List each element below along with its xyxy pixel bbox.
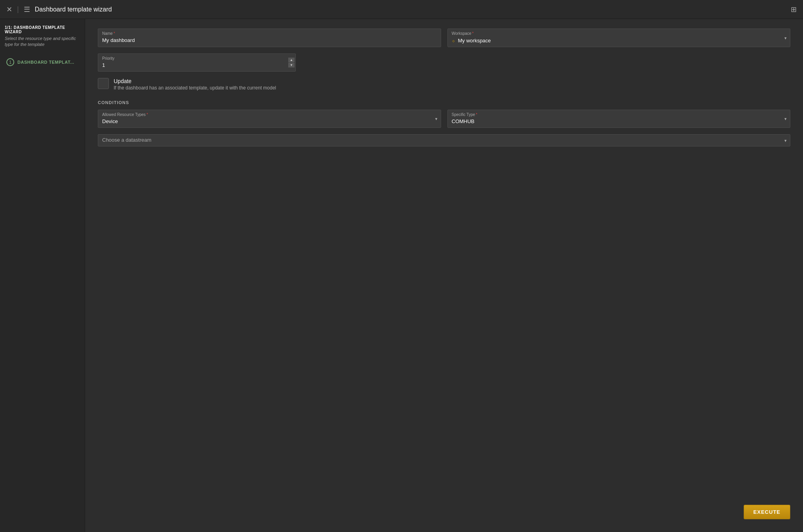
workspace-field: Workspace* ⬦ My workspace ▾ (447, 28, 791, 47)
execute-button-container: EXECUTE (744, 505, 790, 519)
name-value: My dashboard (102, 37, 437, 43)
specific-type-value: COMHUB (452, 118, 786, 124)
window-title: Dashboard template wizard (35, 6, 786, 13)
priority-increment[interactable]: ▲ (288, 58, 295, 63)
filter-icon: ⬦ (452, 37, 455, 44)
sidebar-item-dashboard-template[interactable]: 1 DASHBOARD TEMPLAT... (5, 56, 80, 68)
update-checkbox[interactable] (98, 78, 109, 89)
title-bar: ✕ | ☰ Dashboard template wizard ⊞ (0, 0, 803, 19)
update-description: If the dashboard has an associated templ… (114, 85, 276, 91)
name-field: Name* My dashboard (98, 28, 441, 47)
update-text-block: Update If the dashboard has an associate… (114, 78, 276, 91)
allowed-resource-types-arrow: ▾ (435, 116, 438, 122)
workspace-label: Workspace* (452, 31, 786, 36)
specific-type-field: Specific Type* COMHUB ▾ (447, 110, 791, 128)
priority-row: Priority 1 ▲ ▼ (98, 53, 790, 72)
sidebar-step-header: 1/1: DASHBOARD TEMPLATE WIZARD (5, 25, 80, 34)
datastream-arrow: ▾ (784, 138, 787, 143)
allowed-resource-types-label: Allowed Resource Types* (102, 112, 437, 117)
datastream-placeholder: Choose a datastream (102, 137, 151, 143)
allowed-resource-types-value: Device (102, 118, 437, 124)
close-icon[interactable]: ✕ (6, 5, 12, 14)
name-label: Name* (102, 31, 437, 36)
specific-type-group[interactable]: Specific Type* COMHUB ▾ (447, 110, 791, 128)
sidebar: 1/1: DASHBOARD TEMPLATE WIZARD Select th… (0, 19, 85, 532)
name-workspace-row: Name* My dashboard Workspace* ⬦ My works… (98, 28, 790, 47)
execute-button[interactable]: EXECUTE (744, 505, 790, 519)
separator: | (17, 5, 19, 13)
allowed-resource-types-group[interactable]: Allowed Resource Types* Device ▾ (98, 110, 441, 128)
update-section: Update If the dashboard has an associate… (98, 78, 790, 91)
datastream-group[interactable]: Choose a datastream ▾ (98, 134, 790, 146)
conditions-row: Allowed Resource Types* Device ▾ Specifi… (98, 110, 790, 128)
priority-decrement[interactable]: ▼ (288, 63, 295, 68)
name-field-group[interactable]: Name* My dashboard (98, 28, 441, 47)
allowed-resource-types-field: Allowed Resource Types* Device ▾ (98, 110, 441, 128)
conditions-section: CONDITIONS Allowed Resource Types* Devic… (98, 100, 790, 146)
menu-icon[interactable]: ☰ (24, 5, 30, 14)
specific-type-arrow: ▾ (784, 116, 787, 122)
sidebar-item-label: DASHBOARD TEMPLAT... (17, 60, 74, 65)
update-title: Update (114, 78, 276, 84)
main-layout: 1/1: DASHBOARD TEMPLATE WIZARD Select th… (0, 19, 803, 532)
priority-stepper[interactable]: ▲ ▼ (288, 58, 295, 68)
workspace-field-group[interactable]: Workspace* ⬦ My workspace ▾ (447, 28, 791, 47)
settings-icon[interactable]: ⊞ (791, 5, 797, 14)
workspace-dropdown-arrow: ▾ (784, 35, 787, 40)
priority-field-group[interactable]: Priority 1 ▲ ▼ (98, 53, 296, 72)
specific-type-label: Specific Type* (452, 112, 786, 117)
workspace-value: My workspace (458, 38, 491, 44)
sidebar-item-number: 1 (6, 58, 14, 66)
priority-field: Priority 1 ▲ ▼ (98, 53, 296, 72)
priority-value: 1 (102, 62, 291, 68)
conditions-label: CONDITIONS (98, 100, 790, 105)
datastream-field: Choose a datastream ▾ (98, 134, 790, 146)
priority-label: Priority (102, 56, 291, 61)
content-area: Name* My dashboard Workspace* ⬦ My works… (85, 19, 803, 532)
sidebar-subtitle: Select the resource type and specific ty… (5, 36, 80, 48)
priority-wrapper: Priority 1 ▲ ▼ (98, 53, 296, 72)
